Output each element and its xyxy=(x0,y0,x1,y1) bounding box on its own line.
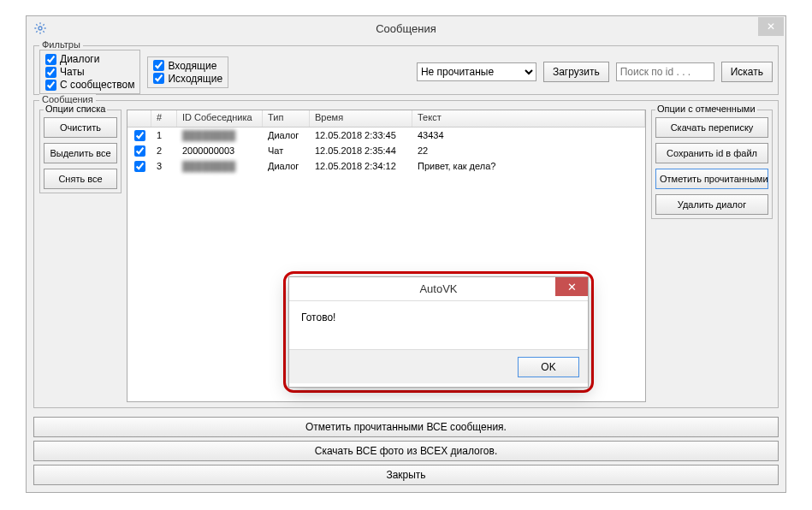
dialog-footer: OK xyxy=(289,349,588,383)
titlebar: Сообщения ✕ xyxy=(27,16,785,40)
row-id: ████████ xyxy=(177,161,263,171)
select-all-button[interactable]: Выделить все xyxy=(44,143,117,163)
row-type: Диалог xyxy=(263,130,310,140)
mark-read-button[interactable]: Отметить прочитанными xyxy=(655,169,768,189)
table-row[interactable]: 1████████Диалог12.05.2018 2:33:4543434 xyxy=(127,128,645,143)
status-select[interactable]: Не прочитаные xyxy=(417,62,536,81)
row-checkbox[interactable] xyxy=(134,161,145,172)
save-id-button[interactable]: Сохранить id в файл xyxy=(655,143,768,163)
window-body: Фильтры Диалоги Чаты С сообществом Входя… xyxy=(27,40,785,492)
row-id: 2000000003 xyxy=(177,145,263,156)
row-num: 3 xyxy=(151,161,177,171)
download-all-photos-button[interactable]: Скачать ВСЕ фото из ВСЕХ диалогов. xyxy=(33,441,779,461)
row-num: 2 xyxy=(151,145,177,156)
row-text: 22 xyxy=(412,145,645,156)
list-options: Опции списка Очистить Выделить все Снять… xyxy=(39,110,122,402)
row-num: 1 xyxy=(151,130,177,140)
dialog-close-icon[interactable]: ✕ xyxy=(555,277,588,296)
list-options-legend: Опции списка xyxy=(44,104,107,114)
dialog-body: Готово! xyxy=(289,301,588,349)
col-time: Время xyxy=(310,110,412,127)
table-header: # ID Собеседника Тип Время Текст xyxy=(127,110,645,128)
search-input[interactable] xyxy=(616,62,714,81)
download-conversation-button[interactable]: Скачать переписку xyxy=(655,117,768,138)
table-row[interactable]: 3████████Диалог12.05.2018 2:34:12Привет,… xyxy=(127,158,645,174)
autovk-dialog: AutoVK ✕ Готово! OK xyxy=(288,276,589,388)
delete-dialog-button[interactable]: Удалить диалог xyxy=(655,194,768,215)
deselect-all-button[interactable]: Снять все xyxy=(44,169,117,189)
col-type: Тип xyxy=(263,110,310,127)
filter-chats[interactable]: Чаты xyxy=(45,66,134,78)
row-checkbox[interactable] xyxy=(134,145,145,157)
load-button[interactable]: Загрузить xyxy=(543,62,609,82)
col-num: # xyxy=(151,110,177,127)
col-text: Текст xyxy=(412,110,645,127)
mark-all-read-button[interactable]: Отметить прочитанными ВСЕ сообщения. xyxy=(33,417,779,437)
dialog-ok-button[interactable]: OK xyxy=(518,357,579,377)
clear-button[interactable]: Очистить xyxy=(44,117,117,138)
dialog-titlebar: AutoVK ✕ xyxy=(289,277,588,301)
row-id: ████████ xyxy=(177,130,263,140)
row-type: Диалог xyxy=(263,161,310,171)
filter-incoming[interactable]: Входящие xyxy=(153,60,222,72)
main-window: Сообщения ✕ Фильтры Диалоги Чаты С сообщ… xyxy=(26,15,786,493)
row-time: 12.05.2018 2:34:12 xyxy=(310,161,412,171)
marked-options: Опции с отмеченными Скачать переписку Со… xyxy=(651,110,773,402)
window-title: Сообщения xyxy=(27,22,785,35)
filters-legend: Фильтры xyxy=(39,39,83,50)
row-time: 12.05.2018 2:35:44 xyxy=(310,145,412,156)
close-button[interactable]: Закрыть xyxy=(33,465,779,485)
bottom-buttons: Отметить прочитанными ВСЕ сообщения. Ска… xyxy=(33,417,779,485)
row-checkbox[interactable] xyxy=(134,130,145,141)
filter-col-direction: Входящие Исходящие xyxy=(147,56,228,88)
filter-col-types: Диалоги Чаты С сообществом xyxy=(39,50,140,94)
row-text: 43434 xyxy=(412,130,645,140)
filter-dialogs[interactable]: Диалоги xyxy=(45,53,134,65)
search-button[interactable]: Искать xyxy=(721,62,773,82)
table-row[interactable]: 22000000003Чат12.05.2018 2:35:4422 xyxy=(127,143,645,158)
row-text: Привет, как дела? xyxy=(412,161,645,171)
dialog-title: AutoVK xyxy=(289,282,588,295)
marked-options-legend: Опции с отмеченными xyxy=(655,104,757,114)
col-id: ID Собеседника xyxy=(177,110,263,127)
filters-group: Фильтры Диалоги Чаты С сообществом Входя… xyxy=(33,45,779,95)
row-type: Чат xyxy=(263,145,310,156)
filter-outgoing[interactable]: Исходящие xyxy=(153,73,222,85)
filter-community[interactable]: С сообществом xyxy=(45,79,134,91)
col-checkbox xyxy=(127,110,151,127)
row-time: 12.05.2018 2:33:45 xyxy=(310,130,412,140)
